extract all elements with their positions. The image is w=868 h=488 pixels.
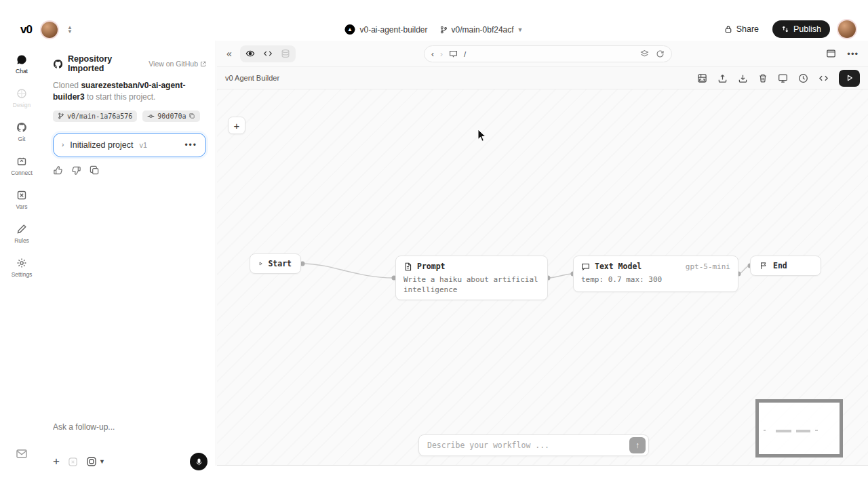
branch-selector[interactable]: v0/main-0bf24acf ▼ xyxy=(440,25,524,35)
sidebar-rail: Chat Design Git Connect Vars Rules Setti… xyxy=(0,43,43,488)
workflow-prompt-input[interactable] xyxy=(427,441,629,450)
thumbs-down-icon[interactable] xyxy=(71,165,81,176)
chevron-right-icon[interactable]: › xyxy=(62,141,64,148)
code-view-icon[interactable] xyxy=(260,47,276,61)
sidebar-label: Rules xyxy=(14,237,29,244)
url-bar[interactable]: ‹ › / xyxy=(424,45,672,62)
nav-forward-icon[interactable]: › xyxy=(440,49,443,59)
repo-card-body: Cloned suarezesteban/v0-ai-agent-builder… xyxy=(53,80,206,104)
sidebar-item-settings[interactable]: Settings xyxy=(3,253,41,282)
vars-icon xyxy=(16,190,27,201)
workflow-prompt-bar: ↑ xyxy=(418,434,649,456)
branch-badge-label: v0/main-1a76a576 xyxy=(67,113,132,120)
preview-eye-icon[interactable] xyxy=(242,47,258,61)
agent-builder-header: v0 Agent Builder xyxy=(217,66,868,89)
microphone-icon xyxy=(195,458,203,466)
node-body: Write a haiku about artificial intellige… xyxy=(396,274,547,302)
avatar[interactable] xyxy=(838,20,856,38)
console-bubble-icon[interactable] xyxy=(449,49,458,58)
collapse-panel-icon[interactable]: « xyxy=(226,48,232,59)
commit-icon xyxy=(147,113,155,120)
mic-button[interactable] xyxy=(190,453,208,470)
repo-card-title: Repository Imported xyxy=(68,54,144,73)
attach-button[interactable]: + xyxy=(53,455,60,468)
design-mode-icon[interactable] xyxy=(68,457,78,467)
view-on-github-label: View on GitHub xyxy=(149,60,198,68)
node-title: End xyxy=(773,261,787,270)
avatar[interactable] xyxy=(41,22,58,38)
download-icon[interactable] xyxy=(738,73,748,83)
monitor-icon[interactable] xyxy=(778,73,788,83)
git-branch-icon xyxy=(440,26,448,34)
play-icon xyxy=(259,260,262,268)
node-start[interactable]: Start xyxy=(250,253,301,274)
upload-icon[interactable] xyxy=(717,73,728,83)
commit-badge[interactable]: 90d070a xyxy=(142,110,200,122)
sidebar-item-rules[interactable]: Rules xyxy=(3,220,41,248)
node-title: Prompt xyxy=(417,262,446,271)
node-title: Text Model xyxy=(595,262,642,271)
copy-icon[interactable] xyxy=(90,165,100,176)
view-on-github-link[interactable]: View on GitHub xyxy=(149,60,206,68)
repo-imported-card: Repository Imported View on GitHub Clone… xyxy=(53,54,206,122)
feedback-row xyxy=(53,165,206,176)
chevron-down-icon: ▼ xyxy=(99,458,105,465)
node-prompt[interactable]: Prompt Write a haiku about artificial in… xyxy=(395,256,548,300)
publish-label: Publish xyxy=(793,24,821,34)
add-node-button[interactable]: + xyxy=(228,117,245,134)
mouse-cursor xyxy=(477,129,487,142)
sidebar-item-design[interactable]: Design xyxy=(3,84,41,113)
design-icon xyxy=(16,88,27,99)
data-view-icon[interactable] xyxy=(277,47,294,61)
run-workflow-button[interactable] xyxy=(839,70,860,87)
sidebar-label: Git xyxy=(18,136,26,142)
topbar-center: ▲ v0-ai-agent-builder v0/main-0bf24acf ▼ xyxy=(344,24,523,35)
topbar-right: Share Publish xyxy=(719,20,856,38)
trash-icon[interactable] xyxy=(758,73,768,83)
publish-button[interactable]: Publish xyxy=(772,20,830,38)
github-icon xyxy=(16,122,27,133)
save-icon[interactable] xyxy=(697,73,707,83)
sidebar-label: Design xyxy=(13,102,31,108)
workflow-canvas[interactable]: + Start Prompt Write a haiku about artif… xyxy=(217,89,868,465)
version-card[interactable]: › Initialized project v1 ••• xyxy=(53,133,206,157)
commit-badge-label: 90d070a xyxy=(157,113,186,120)
branch-badge[interactable]: v0/main-1a76a576 xyxy=(53,110,137,122)
share-button[interactable]: Share xyxy=(719,21,764,37)
model-badge: gpt-5-mini xyxy=(686,262,730,271)
sidebar-label: Connect xyxy=(11,169,33,176)
feedback-mail-icon[interactable] xyxy=(16,449,27,461)
nav-back-icon[interactable]: ‹ xyxy=(431,49,434,59)
account-switcher-icon[interactable]: ▲▼ xyxy=(67,26,73,34)
project-chip[interactable]: ▲ v0-ai-agent-builder xyxy=(344,24,427,35)
version-menu-button[interactable]: ••• xyxy=(184,140,197,150)
sidebar-item-chat[interactable]: Chat xyxy=(3,50,41,79)
more-options-button[interactable]: ••• xyxy=(847,49,859,59)
branch-name: v0/main-0bf24acf xyxy=(452,25,514,35)
thumbs-up-icon[interactable] xyxy=(53,165,63,176)
sidebar-item-vars[interactable]: Vars xyxy=(3,186,41,214)
refresh-icon[interactable] xyxy=(656,49,665,58)
sidebar-item-git[interactable]: Git xyxy=(3,118,41,146)
node-end[interactable]: End xyxy=(750,256,821,276)
rules-icon xyxy=(16,224,27,235)
agent-selector[interactable]: ▼ xyxy=(86,456,105,467)
copy-icon[interactable] xyxy=(189,113,195,119)
version-badge: v1 xyxy=(139,141,147,149)
code-icon[interactable] xyxy=(818,73,829,83)
send-button[interactable]: ↑ xyxy=(629,437,646,453)
chat-input[interactable] xyxy=(53,422,208,432)
sidebar-item-connect[interactable]: Connect xyxy=(3,152,41,180)
sidebar-label: Vars xyxy=(16,203,28,210)
agent-builder-title: v0 Agent Builder xyxy=(225,74,279,82)
lock-icon xyxy=(724,25,732,33)
topbar-left: v0 ▲▼ xyxy=(20,22,73,38)
play-icon xyxy=(846,75,853,81)
history-clock-icon[interactable] xyxy=(798,73,808,83)
browser-frame-icon[interactable] xyxy=(826,49,836,58)
agent-icon xyxy=(86,456,97,467)
chevron-down-icon: ▼ xyxy=(517,26,524,33)
minimap[interactable] xyxy=(755,399,843,458)
layers-icon[interactable] xyxy=(640,49,649,58)
node-text-model[interactable]: Text Model gpt-5-mini temp: 0.7 max: 300 xyxy=(573,256,738,292)
